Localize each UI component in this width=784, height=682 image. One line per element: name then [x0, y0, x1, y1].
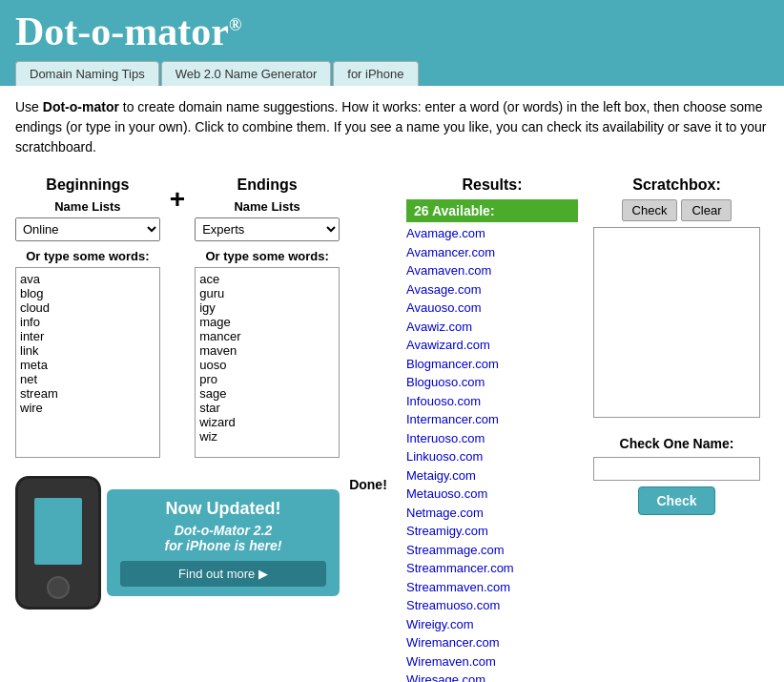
result-link[interactable]: Avasage.com: [406, 280, 578, 300]
result-link[interactable]: Avawizard.com: [406, 336, 578, 355]
now-updated-label: Now Updated!: [120, 499, 326, 519]
scratchbox-textarea[interactable]: [593, 227, 760, 418]
results-panel: Results: 26 Available: Avamage.com Avama…: [406, 176, 578, 682]
iphone-promo: Now Updated! Dot-o-Mator 2.2 for iPhone …: [15, 476, 340, 610]
nav-tabs: Domain Naming Tips Web 2.0 Name Generato…: [15, 61, 769, 86]
columns-row: Beginnings Name Lists Online Tech Biz Pe…: [15, 176, 340, 461]
version-line: Dot-o-Mator 2.2 for iPhone is here!: [120, 523, 326, 553]
endings-header: Endings: [195, 176, 340, 194]
beginnings-textarea[interactable]: ava blog cloud info inter link meta net …: [15, 267, 160, 458]
list-item: Wiremaven.com: [406, 652, 578, 672]
list-item: Intermancer.com: [406, 410, 578, 429]
left-panel: Beginnings Name Lists Online Tech Biz Pe…: [15, 176, 340, 682]
brand-name: Dot-o-mator: [43, 99, 119, 114]
list-item: Avasage.com: [406, 280, 578, 300]
endings-select[interactable]: Experts Tech Biz Web: [195, 217, 340, 241]
tab-web20[interactable]: Web 2.0 Name Generator: [161, 61, 332, 86]
list-item: Avauoso.com: [406, 299, 578, 318]
result-link[interactable]: Metauoso.com: [406, 485, 578, 504]
scratchbox-header: Scratchbox:: [593, 176, 760, 194]
find-out-more-button[interactable]: Find out more ▶: [120, 561, 326, 587]
result-link[interactable]: Wiresage.com: [406, 671, 578, 682]
done-area: Done!: [340, 176, 397, 682]
list-item: Wireigy.com: [406, 615, 578, 634]
list-item: Streamigy.com: [406, 522, 578, 541]
check-one-button[interactable]: Check: [638, 486, 714, 515]
iphone-bold: for iPhone is here!: [165, 538, 282, 553]
available-list: Avamage.com Avamancer.com Avamaven.com A…: [406, 224, 578, 682]
check-one-header: Check One Name:: [593, 436, 760, 451]
list-item: Streamuoso.com: [406, 596, 578, 615]
beginnings-header: Beginnings: [15, 176, 160, 194]
list-item: Avawizard.com: [406, 336, 578, 355]
list-item: Metaigy.com: [406, 466, 578, 486]
result-link[interactable]: Linkuoso.com: [406, 447, 578, 466]
beginnings-column: Beginnings Name Lists Online Tech Biz Pe…: [15, 176, 160, 461]
list-item: Avamaven.com: [406, 261, 578, 280]
beginnings-type-label: Or type some words:: [15, 249, 160, 263]
list-item: Bloguoso.com: [406, 373, 578, 392]
result-link[interactable]: Blogmancer.com: [406, 355, 578, 374]
check-scratch-button[interactable]: Check: [622, 199, 678, 221]
list-item: Linkuoso.com: [406, 447, 578, 466]
list-item: Metauoso.com: [406, 485, 578, 504]
endings-type-label: Or type some words:: [195, 249, 340, 263]
available-bar: 26 Available:: [406, 199, 578, 222]
scratchbox-buttons: Check Clear: [593, 199, 760, 221]
result-link[interactable]: Streamigy.com: [406, 522, 578, 541]
beginnings-select[interactable]: Online Tech Biz People: [15, 217, 160, 241]
result-link[interactable]: Intermancer.com: [406, 410, 578, 429]
result-link[interactable]: Avamancer.com: [406, 243, 578, 262]
list-item: Blogmancer.com: [406, 355, 578, 374]
list-item: Interuoso.com: [406, 429, 578, 448]
list-item: Streammancer.com: [406, 559, 578, 578]
list-item: Wiremancer.com: [406, 633, 578, 652]
main-layout: Beginnings Name Lists Online Tech Biz Pe…: [0, 169, 784, 682]
list-item: Wiresage.com: [406, 671, 578, 682]
list-item: Avamage.com: [406, 224, 578, 243]
header: Dot-o-mator® Domain Naming Tips Web 2.0 …: [0, 0, 784, 86]
result-link[interactable]: Avamage.com: [406, 224, 578, 243]
tab-iphone[interactable]: for iPhone: [333, 61, 418, 86]
result-link[interactable]: Metaigy.com: [406, 466, 578, 486]
result-link[interactable]: Streammage.com: [406, 541, 578, 560]
done-label: Done!: [349, 477, 387, 492]
result-link[interactable]: Bloguoso.com: [406, 373, 578, 392]
result-link[interactable]: Avauoso.com: [406, 299, 578, 318]
check-one-input[interactable]: [593, 457, 760, 481]
plus-sign: +: [170, 180, 185, 215]
promo-text-box: Now Updated! Dot-o-Mator 2.2 for iPhone …: [107, 489, 340, 596]
iphone-image: [15, 476, 101, 610]
site-title: Dot-o-mator®: [15, 10, 769, 53]
scratchbox-panel: Scratchbox: Check Clear Check One Name: …: [593, 176, 760, 682]
result-link[interactable]: Wireigy.com: [406, 615, 578, 634]
endings-textarea[interactable]: ace guru igy mage mancer maven uoso pro …: [195, 267, 340, 458]
clear-scratch-button[interactable]: Clear: [681, 199, 732, 221]
result-link[interactable]: Netmage.com: [406, 504, 578, 523]
result-link[interactable]: Avawiz.com: [406, 318, 578, 337]
endings-namelists-label: Name Lists: [195, 199, 340, 214]
results-header: Results:: [406, 176, 578, 194]
endings-column: Endings Name Lists Experts Tech Biz Web …: [195, 176, 340, 461]
result-link[interactable]: Avamaven.com: [406, 261, 578, 280]
beginnings-namelists-label: Name Lists: [15, 199, 160, 214]
tab-domain-naming[interactable]: Domain Naming Tips: [15, 61, 159, 86]
list-item: Avawiz.com: [406, 318, 578, 337]
list-item: Avamancer.com: [406, 243, 578, 262]
result-link[interactable]: Wiremancer.com: [406, 633, 578, 652]
list-item: Streammaven.com: [406, 578, 578, 597]
list-item: Infouoso.com: [406, 392, 578, 411]
result-link[interactable]: Streammancer.com: [406, 559, 578, 578]
result-link[interactable]: Wiremaven.com: [406, 652, 578, 672]
description: Use Dot-o-mator to create domain name su…: [0, 86, 784, 169]
result-link[interactable]: Streamuoso.com: [406, 596, 578, 615]
list-item: Streammage.com: [406, 541, 578, 560]
result-link[interactable]: Interuoso.com: [406, 429, 578, 448]
result-link[interactable]: Infouoso.com: [406, 392, 578, 411]
result-link[interactable]: Streammaven.com: [406, 578, 578, 597]
list-item: Netmage.com: [406, 504, 578, 523]
